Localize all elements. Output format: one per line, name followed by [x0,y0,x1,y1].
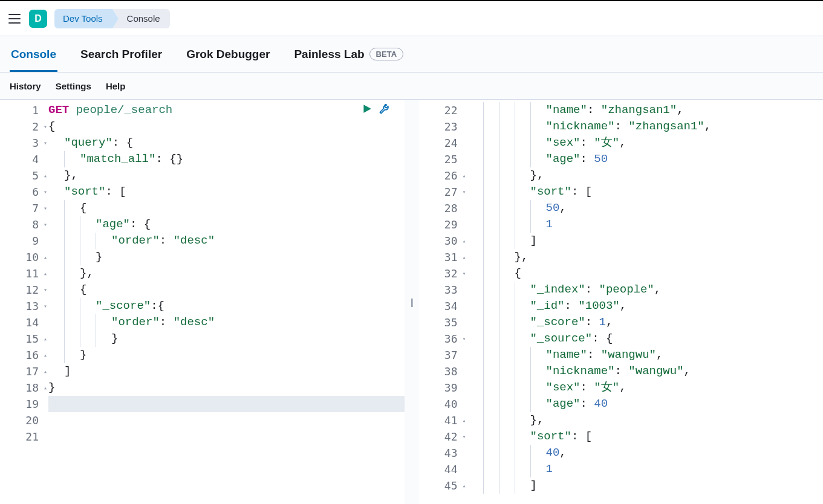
code-line: "nickname": "zhangsan1", [467,118,824,135]
wrench-icon[interactable] [379,103,390,115]
code-line: { [48,282,405,298]
line-number: 5 [0,167,48,184]
line-number: 16 [0,347,48,363]
app-badge[interactable]: D [29,10,47,28]
line-number: 1 [0,102,48,118]
line-number: 18 [0,380,48,396]
tab-grok-debugger[interactable]: Grok Debugger [185,37,271,72]
code-line: { [467,265,824,282]
code-line: 50, [467,200,824,216]
line-number: 29 [419,216,467,233]
response-panel: 2223242526272829303132333435363738394041… [419,99,824,504]
breadcrumb-devtools[interactable]: Dev Tools [54,9,112,28]
line-number: 10 [0,249,48,265]
code-line: "sort": [ [467,428,824,445]
line-number: 32 [419,265,467,282]
line-number: 33 [419,282,467,298]
code-line: "age": 40 [467,396,824,412]
line-number: 7 [0,200,48,216]
subtab-help[interactable]: Help [106,81,126,91]
request-actions [362,103,390,115]
code-line: 1 [467,461,824,477]
top-bar: D Dev Tools Console [0,0,823,36]
code-line: }, [467,249,824,265]
run-icon[interactable] [362,103,372,115]
code-line: "sort": [ [467,184,824,200]
line-number: 14 [0,314,48,331]
code-line: "_source": { [467,331,824,347]
line-number: 44 [419,461,467,477]
line-number: 4 [0,151,48,167]
grip-icon: || [411,297,412,307]
line-number: 15 [0,331,48,347]
beta-badge: BETA [369,48,403,60]
line-number: 25 [419,151,467,167]
code-line: }, [467,412,824,428]
code-line: "sex": "女", [467,380,824,396]
line-number: 40 [419,396,467,412]
line-number: 31 [419,249,467,265]
sub-toolbar: History Settings Help [0,73,823,99]
tab-bar: Console Search Profiler Grok Debugger Pa… [0,36,823,73]
code-line: ] [467,477,824,494]
request-gutter: 123456789101112131415161718192021 [0,100,48,504]
code-line: ] [467,233,824,249]
line-number: 45 [419,477,467,494]
line-number: 39 [419,380,467,396]
code-line: "match_all": {} [48,151,405,167]
line-number: 28 [419,200,467,216]
response-viewer[interactable]: "name": "zhangsan1","nickname": "zhangsa… [467,100,824,504]
code-line: "_index": "people", [467,282,824,298]
line-number: 36 [419,331,467,347]
request-editor[interactable]: GET people/_search{"query": {"match_all"… [48,100,405,504]
tab-console[interactable]: Console [10,37,57,72]
tab-painless-label: Painless Lab [294,48,364,61]
code-line [48,396,405,412]
subtab-history[interactable]: History [10,81,41,91]
breadcrumb-console[interactable]: Console [112,9,170,28]
code-line: { [48,200,405,216]
subtab-settings[interactable]: Settings [56,81,91,91]
menu-icon[interactable] [7,11,22,26]
code-line: "name": "wangwu", [467,347,824,363]
line-number: 43 [419,445,467,461]
line-number: 34 [419,298,467,314]
code-line: "sort": [ [48,184,405,200]
workspace: 123456789101112131415161718192021 GET pe… [0,99,823,504]
code-line: "nickname": "wangwu", [467,363,824,380]
line-number: 42 [419,428,467,445]
line-number: 24 [419,135,467,151]
line-number: 3 [0,135,48,151]
code-line: "_score": 1, [467,314,824,331]
code-line: "sex": "女", [467,135,824,151]
line-number: 37 [419,347,467,363]
code-line: GET people/_search [48,102,405,118]
code-line: "name": "zhangsan1", [467,102,824,118]
panel-splitter[interactable]: || [405,99,419,504]
tab-painless-lab[interactable]: Painless Lab BETA [293,37,405,72]
line-number: 6 [0,184,48,200]
line-number: 26 [419,167,467,184]
line-number: 35 [419,314,467,331]
code-line: } [48,347,405,363]
line-number: 12 [0,282,48,298]
code-line: } [48,249,405,265]
code-line: "query": { [48,135,405,151]
code-line: 40, [467,445,824,461]
code-line: "age": { [48,216,405,233]
tab-search-profiler[interactable]: Search Profiler [79,37,163,72]
line-number: 30 [419,233,467,249]
line-number: 38 [419,363,467,380]
response-gutter: 2223242526272829303132333435363738394041… [419,100,467,504]
code-line [48,428,405,445]
line-number: 11 [0,265,48,282]
code-line: "_id": "1003", [467,298,824,314]
code-line: ] [48,363,405,380]
breadcrumb: Dev Tools Console [54,9,170,28]
line-number: 2 [0,118,48,135]
line-number: 21 [0,428,48,445]
code-line [48,412,405,428]
line-number: 13 [0,298,48,314]
code-line: 1 [467,216,824,233]
code-line: }, [467,167,824,184]
